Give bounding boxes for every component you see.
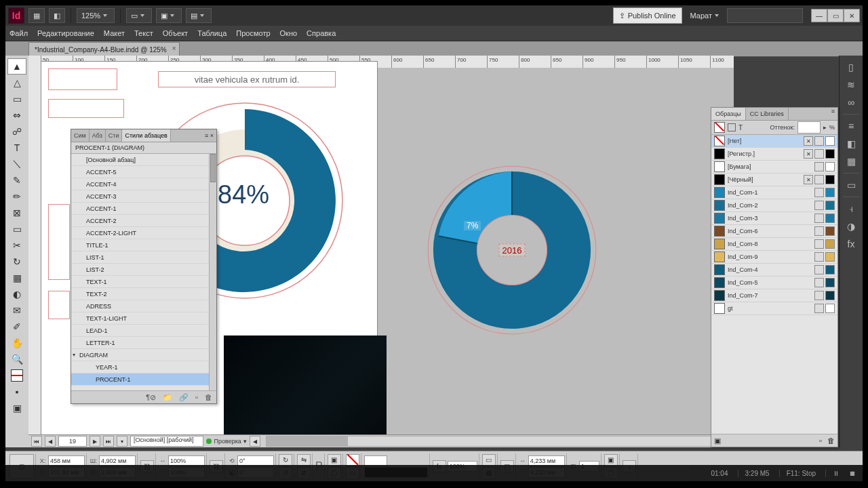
links-icon[interactable]: ∞ <box>843 95 859 110</box>
placed-image[interactable] <box>224 336 387 435</box>
layers-icon[interactable]: ≋ <box>843 77 859 92</box>
fit-content-icon[interactable]: ▣ <box>604 454 618 466</box>
preflight-status[interactable]: Проверка ▾ <box>206 438 246 445</box>
page-number-field[interactable]: 19 <box>58 436 87 447</box>
menu-Таблица[interactable]: Таблица <box>197 29 226 37</box>
view-options[interactable]: ▭ <box>126 8 152 23</box>
style-item[interactable]: ADRESS <box>71 300 216 312</box>
arrange-docs[interactable]: ▤ <box>186 8 212 23</box>
menu-Окно[interactable]: Окно <box>280 29 298 37</box>
pencil-tool[interactable]: ✏ <box>7 188 26 205</box>
swatch-item[interactable]: [Бумага] <box>711 161 837 174</box>
eyedropper-tool[interactable]: ✐ <box>7 319 26 335</box>
fill-proxy-icon[interactable] <box>714 122 725 133</box>
document-tab[interactable]: *Industrial_Company-A4-Blue.indd @ 125% … <box>28 42 180 56</box>
pause-icon[interactable]: ⏸ <box>825 470 840 477</box>
gap-tool[interactable]: ⇔ <box>7 107 26 123</box>
open-dropdown-button[interactable]: ▾ <box>117 436 127 447</box>
pages-icon[interactable]: ▯ <box>843 60 859 75</box>
last-page-button[interactable]: ⏭ <box>103 436 114 447</box>
flip-h-icon[interactable]: ⇋ <box>297 454 311 466</box>
swatch-item[interactable]: [Нет]✕ <box>711 135 837 148</box>
page-tool[interactable]: ▭ <box>7 91 26 107</box>
pen-tool[interactable]: ✎ <box>7 172 26 188</box>
close-button[interactable]: ✕ <box>844 9 860 22</box>
hand-tool[interactable]: ✋ <box>7 335 26 351</box>
selection-tool[interactable]: ▲ <box>7 58 26 75</box>
menu-Макет[interactable]: Макет <box>104 29 125 37</box>
line-tool[interactable]: ＼ <box>7 156 26 172</box>
swatch-item[interactable]: Ind_Com-9 <box>711 251 837 264</box>
style-item[interactable]: LEAD-1 <box>71 325 216 337</box>
delete-icon[interactable]: 🗑 <box>205 393 212 401</box>
style-item[interactable]: PROCENT-1 <box>71 373 216 386</box>
panel-tab[interactable]: Стили абзацев <box>122 129 170 142</box>
text-frame[interactable] <box>48 291 70 319</box>
workspace-combo[interactable]: Марат <box>686 9 723 22</box>
scrollbar[interactable] <box>209 154 216 390</box>
panel-tab[interactable]: Образцы <box>711 108 746 120</box>
stroke-icon[interactable]: ≡ <box>843 119 859 134</box>
text-frame[interactable] <box>48 99 124 118</box>
style-item[interactable]: LETTER-1 <box>71 337 216 349</box>
panel-tab[interactable]: CC Libraries <box>746 108 789 120</box>
menu-Текст[interactable]: Текст <box>134 29 153 37</box>
menu-Справка[interactable]: Справка <box>307 29 336 37</box>
swatch-item[interactable]: Ind_Com-6 <box>711 225 837 238</box>
bridge-icon[interactable]: ▦ <box>28 8 45 23</box>
style-item[interactable]: TEXT-2 <box>71 288 216 300</box>
minimize-button[interactable]: — <box>811 9 827 22</box>
style-item[interactable]: ACCENT-3 <box>71 190 216 203</box>
zoom-combo[interactable]: 125% <box>77 8 115 23</box>
color-icon[interactable]: ◧ <box>843 136 859 151</box>
style-item[interactable]: TEXT-1 <box>71 276 216 288</box>
rectangle-tool[interactable]: ▭ <box>7 221 26 237</box>
stop-icon[interactable]: ⏹ <box>849 470 856 477</box>
new-style-icon[interactable]: ▫ <box>195 393 198 401</box>
screen-mode[interactable]: ▣ <box>156 8 182 23</box>
clear-override-icon[interactable]: ¶⊘ <box>146 393 156 402</box>
select-container-icon[interactable]: ▣ <box>328 454 341 466</box>
stroke-proxy-icon[interactable] <box>728 123 736 131</box>
help-search-input[interactable] <box>727 8 803 23</box>
screen-mode-button[interactable]: ▣ <box>7 400 26 416</box>
menu-Объект[interactable]: Объект <box>163 29 188 37</box>
align-icon[interactable]: ⫞ <box>843 201 859 216</box>
swatch-item[interactable]: [Чёрный]✕ <box>711 174 837 186</box>
scissors-tool[interactable]: ✂ <box>7 237 26 253</box>
panel-tab[interactable]: Абз <box>90 129 106 142</box>
style-item[interactable]: TITLE-1 <box>71 239 216 251</box>
delete-swatch-icon[interactable]: 🗑 <box>827 436 835 445</box>
object-styles-icon[interactable]: ▭ <box>843 178 859 192</box>
swatch-item[interactable]: Ind_Com-8 <box>711 238 837 251</box>
maximize-button[interactable]: ▭ <box>827 9 844 22</box>
swatch-item[interactable]: Ind_Com-5 <box>711 277 837 289</box>
gradient-feather-tool[interactable]: ◐ <box>7 286 26 302</box>
publish-online-button[interactable]: ⇪ Publish Online <box>613 7 682 24</box>
menu-Редактирование[interactable]: Редактирование <box>37 29 94 37</box>
effects-icon[interactable]: fx <box>843 237 859 251</box>
apply-color-button[interactable]: ▪ <box>7 384 26 400</box>
rotate-cw-icon[interactable]: ↻ <box>279 454 292 466</box>
prev-page-button[interactable]: ◀ <box>45 436 56 447</box>
menu-Просмотр[interactable]: Просмотр <box>236 29 270 37</box>
scroll-left-button[interactable]: ◀ <box>250 436 260 447</box>
tint-input[interactable] <box>797 121 821 134</box>
swatch-item[interactable]: [Регистр.]✕ <box>711 148 837 161</box>
panel-menu-icon[interactable]: ≡ <box>829 108 837 120</box>
direct-selection-tool[interactable]: △ <box>7 75 26 91</box>
style-item[interactable]: ACCENT-4 <box>71 178 216 190</box>
panel-tab[interactable]: Сим <box>71 129 90 142</box>
rectangle-frame-tool[interactable]: ⊠ <box>7 205 26 221</box>
text-frame[interactable] <box>48 204 70 280</box>
pathfinder-icon[interactable]: ◑ <box>843 219 859 234</box>
panel-tab[interactable]: Сти <box>106 129 123 142</box>
content-collector-tool[interactable]: ☍ <box>7 123 26 140</box>
tint-slider-icon[interactable]: ▸ <box>823 124 827 131</box>
swatch-item[interactable]: Ind_Com-3 <box>711 212 837 225</box>
style-item[interactable]: LIST-1 <box>71 251 216 264</box>
new-group-icon[interactable]: 📁 <box>163 393 172 402</box>
note-tool[interactable]: ✉ <box>7 302 26 319</box>
fill-proxy[interactable] <box>346 454 359 466</box>
fill-stroke-swatch[interactable] <box>7 367 26 384</box>
